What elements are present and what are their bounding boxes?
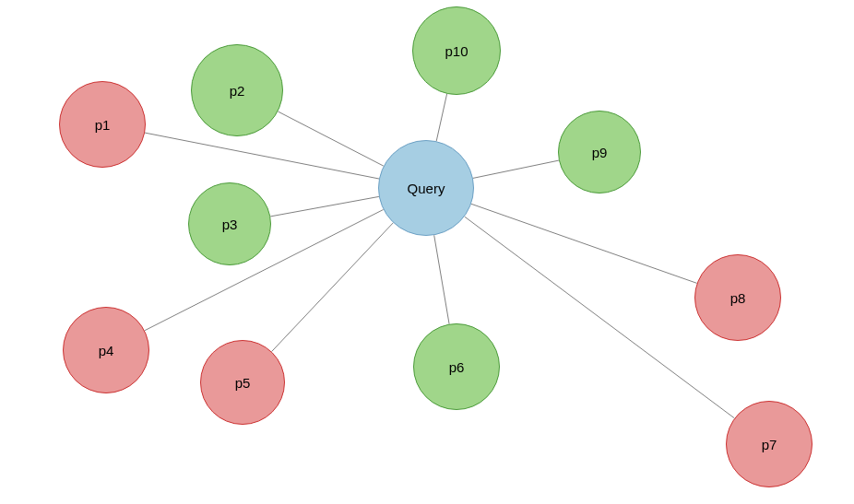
node-label: Query [408, 181, 445, 196]
edge-p2 [278, 111, 383, 166]
node-label: p6 [449, 359, 465, 375]
edge-p5 [272, 223, 394, 352]
node-label: p10 [445, 43, 468, 59]
edge-p6 [434, 235, 449, 323]
node-p6: p6 [413, 323, 500, 410]
node-label: p9 [592, 145, 608, 160]
node-label: p5 [235, 375, 251, 391]
edge-p7 [465, 217, 735, 418]
node-p2: p2 [191, 44, 283, 136]
edge-p9 [473, 160, 559, 178]
node-p10: p10 [412, 6, 501, 95]
node-p3: p3 [188, 182, 271, 265]
node-query: Query [378, 140, 474, 236]
node-p5: p5 [200, 340, 285, 425]
edge-p3 [270, 196, 379, 217]
node-label: p7 [762, 437, 777, 452]
node-p9: p9 [558, 111, 641, 193]
node-label: p2 [230, 83, 245, 99]
node-p7: p7 [726, 401, 812, 487]
edge-p1 [145, 133, 379, 179]
node-label: p4 [99, 343, 114, 358]
edge-p8 [471, 204, 697, 283]
node-p1: p1 [59, 81, 146, 168]
node-label: p3 [222, 217, 238, 232]
node-p4: p4 [63, 307, 149, 393]
node-label: p1 [95, 117, 111, 133]
node-p8: p8 [694, 254, 781, 341]
edge-p10 [436, 94, 446, 141]
node-label: p8 [730, 290, 746, 306]
